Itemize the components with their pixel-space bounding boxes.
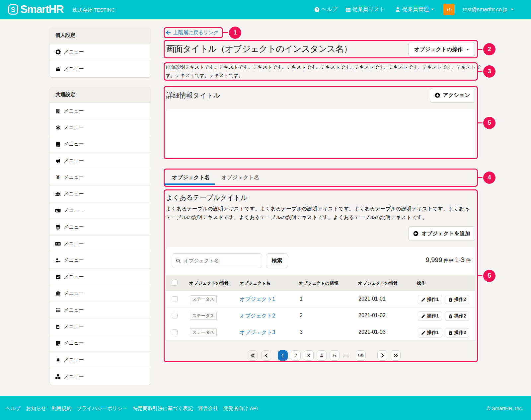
svg-text:?: ? [316, 7, 318, 11]
